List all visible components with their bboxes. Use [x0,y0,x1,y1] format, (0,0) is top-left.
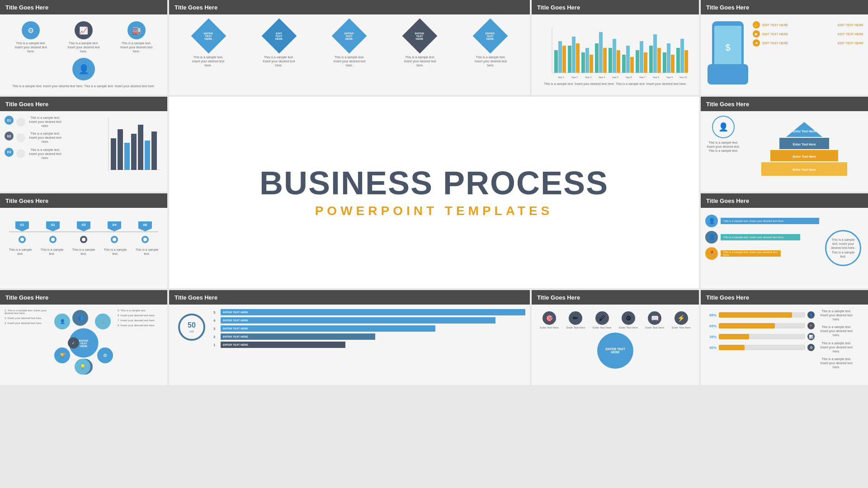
circle-text: This is a sample text. Insert your desir… [830,238,857,258]
svg-text:Year 9: Year 9 [666,76,673,79]
slide-6: Title Goes Here 01 02 03 [0,193,167,288]
slide-3-text: This is a sample text. Insert your desir… [536,82,694,86]
edit-label-2: EDIT TEXT HERE [838,23,863,27]
svg-rect-12 [599,32,603,73]
diamond-5: ENTERTEXTHERE [472,19,508,54]
bubble-7: 🏆 [54,347,70,363]
icon-tl-6: ⚡ Enter Text Here [672,311,691,329]
numbered-list: 01 This is a sample text. Insert your de… [5,116,100,187]
svg-text:Enter Text Here: Enter Text Here [793,130,816,133]
progress-bars: 85% 👤 65% 🏃 35% [705,309,815,380]
flow-bar-2: ENTER TEXT HERE [221,317,495,324]
progress-bg-3 [719,334,805,339]
edit-label-6: EDIT TEXT HERE [838,42,863,45]
slide-7-content: 👤 This is a sample text. Insert your des… [701,111,868,192]
diamond-3: ENTERTEXTHERE [332,19,367,54]
svg-rect-21 [640,41,643,73]
svg-rect-49 [118,129,123,170]
diamond-text-3: This is a sample text. Insert your desir… [331,55,368,67]
bar-fill-1: This is a sample text. Insert your desir… [721,218,819,224]
svg-rect-6 [572,37,576,73]
gauge-circle: 50 ml [178,314,205,341]
slide-5-title: Title Goes Here [5,101,48,108]
icon-tl-3: 🖊 Enter Text Here [593,311,612,329]
icon-tl-1: 🎯 Enter Text Here [540,311,559,329]
svg-rect-19 [630,57,634,73]
small-icon-3: ★ [753,39,760,47]
svg-text:Year 1: Year 1 [558,76,564,79]
svg-rect-53 [145,141,150,170]
right-circle-container: This is a sample text. Insert your desir… [823,212,863,284]
slide-2: Title Goes Here ENTERTEXTHERE EDITTEXTHE… [169,0,530,95]
pr-text-2: This is a sample text. Insert your desir… [818,325,854,337]
progress-row-2: 65% 🏃 [705,322,815,329]
slide-12: Title Goes Here 85% 👤 65% 🏃 [701,290,868,385]
svg-rect-22 [644,52,647,73]
gauge-container: 50 ml [174,309,210,380]
slide-2-title: Title Goes Here [175,4,217,11]
slide-1-title: Title Goes Here [5,4,48,11]
slide-4-title: Title Goes Here [706,4,749,11]
svg-rect-48 [111,138,116,170]
icon-circle-2: 📈 [75,21,93,39]
svg-text:Year 4: Year 4 [599,76,605,79]
bubble-right-list: 5. This is a sample text. 6. Insert your… [118,309,163,380]
diamond-4: ENTERTEXTHERE [402,19,438,54]
svg-text:$: $ [725,42,730,52]
svg-rect-54 [151,131,157,170]
slide-3-header: Title Goes Here [532,0,699,14]
num-badge-2: 02 [5,131,14,141]
timeline-dot-3 [80,236,87,243]
slide-6-header: Title Goes Here [0,193,167,208]
progress-bg-4 [719,345,805,350]
diamond-text-1: This is a sample text. Insert your desir… [190,55,226,67]
bubble-6: 💡 [75,359,90,375]
slide-1-bottom-text: This is a sample text. Insert your desir… [5,84,163,88]
slide-4: Title Goes Here $ 👍 EDIT TEXT HERE EDIT … [701,0,868,95]
svg-rect-5 [568,46,571,73]
slide-4-content: $ 👍 EDIT TEXT HERE EDIT TEXT HERE ▶ EDIT… [701,14,868,95]
slide-1-header: Title Goes Here [0,0,167,14]
svg-text:Year 7: Year 7 [639,76,646,79]
slide-6-title: Title Goes Here [5,197,48,204]
svg-text:Year 5: Year 5 [612,76,618,79]
list-icon-1 [16,117,25,127]
pr-text-3: This is a sample text. Insert your desir… [818,341,854,353]
mini-bar-chart [104,116,163,179]
flow-step-5: 1 ENTER TEXT HERE [213,342,525,348]
flow-label-5: ENTER TEXT HERE [223,343,248,346]
pr-text-4: This is a sample text. Insert your desir… [818,357,854,369]
svg-rect-50 [124,143,130,170]
slide-9-content: 1. This is a sample text. Insert your de… [0,305,167,385]
svg-rect-24 [653,34,657,73]
timeline-dot-5 [142,236,149,243]
hero-slide: BUSINESS PROCESS POWERPOINT TEMPLATES [169,97,699,288]
slide-4-header: Title Goes Here [701,0,868,14]
slide-10-header: Title Goes Here [169,290,530,305]
bar-item-3: 📍 This is a sample text. Insert your des… [705,247,819,260]
progress-bg-1 [719,312,805,318]
bubble-diagram: ENTERTEXTHERE 👤 👥 🛒 ⚙ 📊 💡 🏆 ✓ [52,309,115,377]
slide-2-content: ENTERTEXTHERE EDITTEXTHERE ENTERTEXTHERE… [169,14,530,95]
slide-1: Title Goes Here ⚙ This is a sample text.… [0,0,167,95]
icon-circle-1: ⚙ [22,21,40,39]
hero-subtitle: POWERPOINT TEMPLATES [315,204,553,218]
num-badge-1: 01 [5,116,14,125]
list-text-2: This is a sample text. Insert your desir… [27,131,63,144]
timeline-num-5: 06 [138,221,152,231]
slide-11-header: Title Goes Here [532,290,699,305]
edit-label-4: EDIT TEXT HERE [838,33,863,36]
gauge-unit: ml [190,329,193,333]
slide-11: Title Goes Here 🎯 Enter Text Here ✏ Ente… [532,290,699,385]
num-item-2: 02 This is a sample text. Insert your de… [5,131,100,144]
list-icon-3 [16,149,25,158]
progress-bg-2 [719,323,805,328]
svg-rect-17 [622,55,626,73]
list-text-1: This is a sample text. Insert your desir… [27,116,63,128]
slide-12-title: Title Goes Here [706,294,749,301]
progress-icon-3: 📊 [807,333,815,340]
slide-10-title: Title Goes Here [175,294,217,301]
svg-rect-44 [708,64,748,84]
timeline-item-1: 01 [7,221,38,243]
pyramid-container: Enter Text Here Enter Text Here Enter Te… [745,116,863,187]
